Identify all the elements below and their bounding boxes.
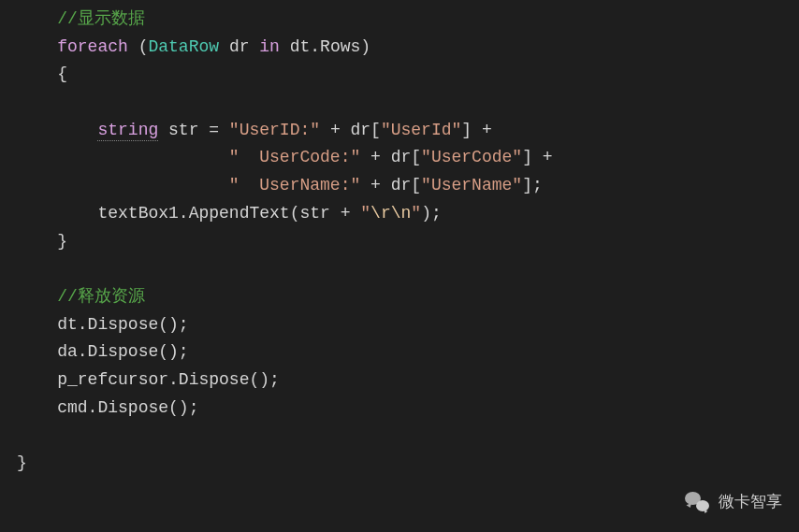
escape-sequence: \r\n (370, 204, 411, 223)
watermark: 微卡智享 (685, 489, 782, 515)
comment-text: //显示数据 (57, 9, 145, 28)
code-line: da.Dispose(); (17, 338, 799, 367)
code-line: cmd.Dispose(); (17, 395, 799, 423)
string-literal: " UserCode:" (229, 148, 360, 166)
string-literal: "UserCode" (421, 148, 522, 166)
keyword-in: in (259, 37, 280, 56)
code-line: dt.Dispose(); (17, 311, 799, 339)
code-line: " UserName:" + dr["UserName"]; (17, 172, 799, 200)
string-literal: "UserName" (421, 176, 522, 194)
watermark-text: 微卡智享 (719, 489, 782, 515)
type-datarow: DataRow (148, 37, 219, 56)
string-literal: " UserName:" (229, 176, 360, 194)
code-line: //释放资源 (17, 283, 799, 311)
code-line: " UserCode:" + dr["UserCode"] + (17, 144, 799, 172)
code-line (17, 89, 799, 117)
code-line (17, 255, 799, 283)
code-line: } (17, 228, 799, 256)
code-line: string str = "UserID:" + dr["UserId"] + (17, 117, 799, 145)
string-literal: "UserId" (381, 121, 461, 139)
code-line: p_refcursor.Dispose(); (17, 367, 799, 395)
comment-text: //释放资源 (57, 287, 145, 306)
keyword-string: string (97, 121, 158, 141)
wechat-icon (685, 492, 709, 512)
code-line: textBox1.AppendText(str + "\r\n"); (17, 200, 799, 228)
string-literal: "UserID:" (229, 121, 320, 139)
code-editor[interactable]: //显示数据 foreach (DataRow dr in dt.Rows) {… (0, 0, 799, 478)
code-line: { (17, 61, 799, 89)
code-line: //显示数据 (17, 6, 799, 34)
code-line: foreach (DataRow dr in dt.Rows) (17, 34, 799, 62)
code-line: } (17, 450, 799, 478)
keyword-foreach: foreach (57, 37, 128, 56)
code-line (17, 422, 799, 450)
